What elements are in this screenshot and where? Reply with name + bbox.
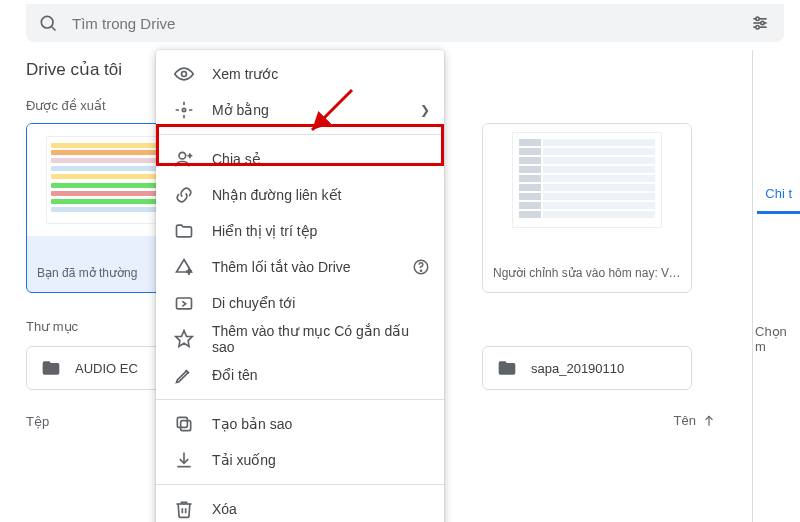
eye-icon	[174, 64, 194, 84]
star-icon	[174, 329, 194, 349]
ctx-label: Hiển thị vị trí tệp	[212, 223, 317, 239]
divider	[156, 484, 444, 485]
sort-control[interactable]: Tên	[674, 413, 716, 428]
folder-icon	[497, 358, 517, 378]
ctx-preview[interactable]: Xem trước	[156, 56, 444, 92]
card-thumbnail	[483, 124, 691, 236]
open-with-icon	[174, 100, 194, 120]
ctx-share[interactable]: Chia sẻ	[156, 141, 444, 177]
ctx-label: Tạo bản sao	[212, 416, 292, 432]
top-bar	[0, 0, 800, 53]
svg-point-11	[179, 152, 186, 159]
folder-name: sapa_20190110	[531, 361, 624, 376]
divider	[156, 134, 444, 135]
context-menu: Xem trước Mở bằng ❯ Chia sẻ Nhận đường l…	[156, 50, 444, 522]
card-caption: Người chỉnh sửa vào hôm nay: Vo...	[483, 258, 691, 292]
search-input[interactable]	[72, 15, 734, 32]
ctx-rename[interactable]: Đổi tên	[156, 357, 444, 393]
ctx-download[interactable]: Tải xuống	[156, 442, 444, 478]
download-icon	[174, 450, 194, 470]
svg-marker-19	[176, 331, 193, 347]
ctx-label: Xóa	[212, 501, 237, 517]
svg-line-1	[52, 27, 56, 31]
ctx-label: Tải xuống	[212, 452, 276, 468]
ctx-get-link[interactable]: Nhận đường liên kết	[156, 177, 444, 213]
person-add-icon	[174, 149, 194, 169]
folder-chip[interactable]: sapa_20190110	[482, 346, 692, 390]
svg-point-3	[756, 17, 759, 20]
ctx-label: Thêm lối tắt vào Drive	[212, 259, 351, 275]
ctx-remove[interactable]: Xóa	[156, 491, 444, 522]
move-to-icon	[174, 293, 194, 313]
svg-point-0	[41, 16, 53, 28]
help-icon[interactable]	[412, 258, 430, 276]
drive-shortcut-icon: +	[174, 257, 194, 277]
ctx-label: Xem trước	[212, 66, 278, 82]
pencil-icon	[174, 365, 194, 385]
search-bar[interactable]	[26, 4, 784, 42]
search-options-icon[interactable]	[748, 11, 772, 35]
svg-rect-20	[181, 421, 191, 431]
ctx-label: Nhận đường liên kết	[212, 187, 341, 203]
svg-point-5	[761, 21, 764, 24]
ctx-add-shortcut[interactable]: + Thêm lối tắt vào Drive	[156, 249, 444, 285]
chevron-right-icon: ❯	[420, 103, 430, 117]
folder-icon	[41, 358, 61, 378]
svg-point-9	[182, 72, 187, 77]
ctx-label: Mở bằng	[212, 102, 269, 118]
ctx-make-copy[interactable]: Tạo bản sao	[156, 406, 444, 442]
sort-label: Tên	[674, 413, 696, 428]
ctx-label: Thêm vào thư mục Có gắn dấu sao	[212, 323, 426, 355]
divider	[156, 399, 444, 400]
svg-text:+: +	[187, 267, 192, 277]
svg-rect-21	[177, 417, 187, 427]
ctx-star[interactable]: Thêm vào thư mục Có gắn dấu sao	[156, 321, 444, 357]
ctx-move-to[interactable]: Di chuyển tới	[156, 285, 444, 321]
svg-point-7	[756, 26, 759, 29]
page-title: Drive của tôi	[26, 59, 122, 80]
link-icon	[174, 185, 194, 205]
svg-point-17	[420, 270, 421, 271]
arrow-up-icon	[702, 414, 716, 428]
details-panel: Chi t Chọn m	[752, 50, 800, 522]
folder-name: AUDIO EC	[75, 361, 138, 376]
details-tab[interactable]: Chi t	[757, 176, 800, 214]
svg-point-10	[182, 108, 185, 111]
folder-outline-icon	[174, 221, 194, 241]
ctx-show-location[interactable]: Hiển thị vị trí tệp	[156, 213, 444, 249]
search-icon	[38, 13, 58, 33]
trash-icon	[174, 499, 194, 519]
ctx-open-with[interactable]: Mở bằng ❯	[156, 92, 444, 128]
ctx-label: Đổi tên	[212, 367, 258, 383]
copy-icon	[174, 414, 194, 434]
ctx-label: Di chuyển tới	[212, 295, 295, 311]
ctx-label: Chia sẻ	[212, 151, 261, 167]
suggested-card[interactable]: Người chỉnh sửa vào hôm nay: Vo...	[482, 123, 692, 293]
details-hint: Chọn m	[753, 324, 800, 354]
